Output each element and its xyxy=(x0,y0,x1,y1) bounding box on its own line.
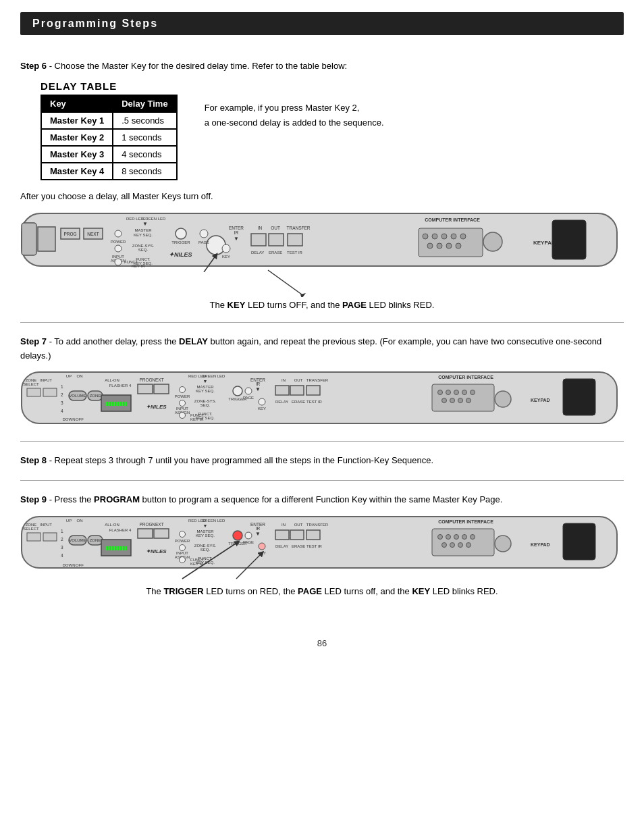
svg-text:ALL-ON: ALL-ON xyxy=(105,523,119,527)
caption2-page: PAGE xyxy=(298,586,322,596)
svg-text:FLASHER 4: FLASHER 4 xyxy=(109,528,132,532)
step8-label: Step 8 xyxy=(20,455,47,465)
delay-table-title: Delay Table xyxy=(41,80,178,92)
step9-bold: PROGRAM xyxy=(94,494,140,504)
svg-text:KEY SEQ.: KEY SEQ. xyxy=(196,389,215,393)
svg-text:FLASHER 4: FLASHER 4 xyxy=(109,384,132,388)
svg-rect-116 xyxy=(306,386,320,395)
svg-point-135 xyxy=(495,391,511,407)
svg-text:MASTER: MASTER xyxy=(134,228,152,232)
svg-text:▼: ▼ xyxy=(203,379,208,384)
svg-text:3: 3 xyxy=(61,400,63,405)
svg-point-42 xyxy=(222,244,230,253)
svg-rect-142 xyxy=(27,533,41,541)
svg-point-208 xyxy=(450,542,455,547)
svg-text:TRANSFER: TRANSFER xyxy=(306,378,329,382)
svg-point-134 xyxy=(466,398,471,403)
device-diagram-2: ZONE SELECT INPUT UP ON DOWN OFF 1 2 3 4… xyxy=(20,369,621,427)
svg-text:4: 4 xyxy=(61,553,63,558)
example-line1: For example, if you press Master Key 2, xyxy=(205,101,384,115)
svg-text:OUT: OUT xyxy=(271,226,280,230)
svg-point-203 xyxy=(446,534,451,539)
svg-point-50 xyxy=(451,234,456,239)
svg-text:4: 4 xyxy=(61,409,63,413)
caption2: The TRIGGER LED turns on RED, the PAGE L… xyxy=(20,586,624,596)
svg-text:POWER: POWER xyxy=(111,240,126,244)
svg-text:ON: ON xyxy=(77,374,83,378)
table-row: Master Key 4 8 seconds xyxy=(41,163,177,180)
svg-text:UP: UP xyxy=(66,519,72,523)
example-text: For example, if you press Master Key 2, … xyxy=(205,101,384,130)
svg-point-15 xyxy=(115,245,122,252)
svg-point-101 xyxy=(180,413,186,419)
svg-point-96 xyxy=(180,400,186,407)
svg-point-51 xyxy=(460,234,466,239)
diagram-step7: ZONE SELECT INPUT UP ON DOWN OFF 1 2 3 4… xyxy=(20,369,624,429)
svg-point-48 xyxy=(432,234,437,239)
svg-text:DELAY: DELAY xyxy=(251,251,264,255)
svg-text:SEQ.: SEQ. xyxy=(200,403,211,407)
svg-text:POWER: POWER xyxy=(175,539,190,543)
svg-text:INPUT: INPUT xyxy=(40,378,52,382)
svg-point-25 xyxy=(176,228,186,239)
svg-text:TRIGGER: TRIGGER xyxy=(171,240,190,244)
svg-rect-3 xyxy=(38,227,55,251)
svg-rect-87 xyxy=(154,384,169,394)
svg-point-211 xyxy=(495,536,511,552)
delay-table: Key Delay Time Master Key 1 .5 seconds M… xyxy=(41,95,178,180)
svg-point-11 xyxy=(115,230,122,237)
svg-point-126 xyxy=(438,390,443,395)
svg-point-172 xyxy=(180,544,186,550)
svg-text:✦NILES: ✦NILES xyxy=(146,404,167,410)
svg-text:KEY: KEY xyxy=(222,255,230,259)
svg-text:ENTER: ENTER xyxy=(229,226,244,230)
svg-text:INPUT: INPUT xyxy=(40,523,52,527)
arrow-diagram-1 xyxy=(221,267,423,297)
svg-text:ALL-ON: ALL-ON xyxy=(105,378,119,382)
svg-text:OFF: OFF xyxy=(76,563,84,567)
example-line2: a one-second delay is added to the seque… xyxy=(205,115,384,130)
svg-text:UP: UP xyxy=(66,374,72,378)
svg-rect-46 xyxy=(419,228,483,257)
svg-point-133 xyxy=(458,398,463,403)
divider-3 xyxy=(20,480,624,481)
caption1-page: PAGE xyxy=(342,300,367,310)
key-3: Master Key 3 xyxy=(41,146,113,163)
svg-text:IN: IN xyxy=(258,226,263,230)
svg-text:1: 1 xyxy=(61,529,63,533)
col-key: Key xyxy=(41,95,113,112)
svg-text:SEQ.: SEQ. xyxy=(200,548,211,552)
svg-rect-162 xyxy=(138,529,153,538)
step7-text: Step 7 - To add another delay, press the… xyxy=(20,335,624,363)
svg-point-198 xyxy=(259,543,265,550)
svg-point-106 xyxy=(233,386,242,396)
svg-rect-34 xyxy=(251,234,266,246)
svg-point-47 xyxy=(423,234,428,239)
svg-point-196 xyxy=(245,532,252,539)
svg-point-168 xyxy=(180,531,186,537)
svg-point-53 xyxy=(437,243,442,249)
svg-text:NEXT: NEXT xyxy=(152,522,163,527)
svg-text:SEQ.: SEQ. xyxy=(138,248,149,252)
svg-rect-143 xyxy=(43,533,57,541)
svg-text:RED LED: RED LED xyxy=(126,217,144,221)
svg-point-209 xyxy=(458,542,463,547)
svg-text:▼: ▼ xyxy=(255,386,261,392)
step8-text: Step 8 - Repeat steps 3 through 7 until … xyxy=(20,454,624,468)
col-delay: Delay Time xyxy=(113,95,176,112)
svg-text:IR: IR xyxy=(234,230,239,235)
svg-text:COMPUTER INTERFACE: COMPUTER INTERFACE xyxy=(438,519,493,524)
svg-point-55 xyxy=(456,243,461,249)
device-diagram-1: S/M FLASHER 4 PROG NEXT RED LED GREEN LE… xyxy=(20,208,621,272)
svg-rect-86 xyxy=(138,384,153,394)
svg-text:POWER: POWER xyxy=(175,394,190,398)
page-number: 86 xyxy=(0,638,644,648)
svg-rect-67 xyxy=(43,388,57,396)
svg-text:VOLUME: VOLUME xyxy=(69,394,86,398)
svg-text:DELAY: DELAY xyxy=(275,544,288,548)
svg-text:PAGE: PAGE xyxy=(198,240,209,244)
svg-rect-35 xyxy=(269,234,284,246)
key-2: Master Key 2 xyxy=(41,129,113,146)
svg-point-52 xyxy=(427,243,433,249)
svg-point-122 xyxy=(259,398,265,405)
